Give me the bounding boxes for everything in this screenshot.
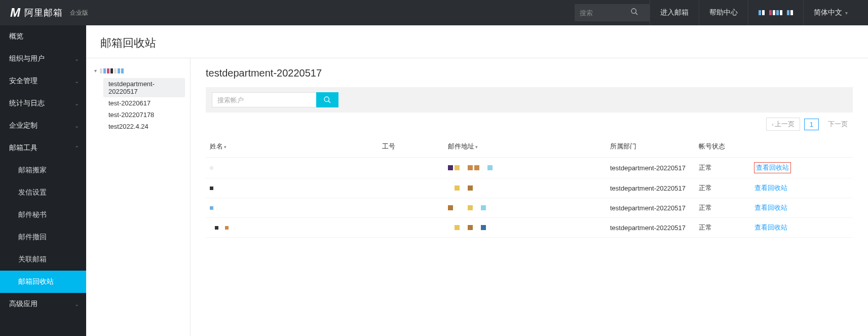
pager-prev[interactable]: ‹上一页 [766,118,800,131]
triangle-down-icon: ▾ [94,68,97,73]
tree-root[interactable]: ▾ [91,66,185,75]
chevron-down-icon: ⌄ [74,123,79,129]
cell-dept: testdepartment-20220517 [606,158,695,178]
nav-help[interactable]: 帮助中心 [699,0,748,25]
sidenav: 概览 组织与用户 ⌄ 安全管理 ⌄ 统计与日志 ⌄ 企业定制 ⌄ 邮箱工具 ⌃ … [0,25,86,336]
logo: M 阿里邮箱 企业版 [10,6,88,20]
chevron-left-icon: ‹ [772,122,773,127]
svg-line-3 [328,101,330,103]
nav-language-label: 简体中文 [814,8,842,17]
logo-mark: M [10,6,20,20]
cell-name [210,206,374,210]
global-search[interactable] [575,4,650,21]
cell-status: 正常 [695,178,750,198]
sidenav-advanced[interactable]: 高级应用 ⌄ [0,293,86,315]
tree-child[interactable]: test-202207178 [103,109,185,121]
main: 邮箱回收站 ▾ testdepartment-20220517 test-202… [86,25,868,336]
pager-page[interactable]: 1 [804,119,819,130]
view-recycle-link[interactable]: 查看回收站 [754,163,790,173]
sidenav-mail-tools-label: 邮箱工具 [9,143,37,153]
chevron-down-icon: ⌄ [74,78,79,85]
sidenav-security-label: 安全管理 [9,77,37,86]
account-search-bar [206,87,853,113]
view-recycle-link[interactable]: 查看回收站 [754,223,787,232]
topbar: M 阿里邮箱 企业版 进入邮箱 帮助中心 简体中文 ▾ [0,0,868,25]
col-action [750,136,853,158]
col-email[interactable]: 邮件地址▾ [444,136,606,158]
sidenav-security[interactable]: 安全管理 ⌄ [0,70,86,92]
sidenav-custom-label: 企业定制 [9,121,37,130]
table-header-row: 姓名▾ 工号 邮件地址▾ 所属部门 帐号状态 [206,136,853,158]
svg-line-1 [635,13,637,15]
sidenav-recall[interactable]: 邮件撤回 [0,226,86,248]
logo-text: 阿里邮箱 [24,7,63,19]
account-search-button[interactable] [316,92,338,107]
chevron-down-icon: ⌄ [74,301,79,308]
pager: ‹上一页 1 下一页 [206,118,853,131]
cell-name [210,186,374,190]
nav-enter-mail[interactable]: 进入邮箱 [650,0,699,25]
tree-child[interactable]: test2022.4.24 [103,121,185,132]
chevron-down-icon: ▾ [845,10,848,16]
svg-point-0 [631,9,636,13]
chevron-up-icon: ⌃ [74,145,79,152]
cell-email [448,205,602,210]
sidenav-secretary[interactable]: 邮件秘书 [0,204,86,226]
pager-prev-label: 上一页 [775,120,795,128]
panel: testdepartment-20220517 ‹上一页 1 下一页 [191,58,868,336]
cell-status: 正常 [695,218,750,238]
accounts-table: 姓名▾ 工号 邮件地址▾ 所属部门 帐号状态 [206,136,853,238]
sidenav-advanced-label: 高级应用 [9,300,37,309]
account-search-input[interactable] [212,92,316,107]
top-nav: 进入邮箱 帮助中心 简体中文 ▾ [650,0,858,25]
cell-email [448,185,602,191]
sidenav-org-users[interactable]: 组织与用户 ⌄ [0,48,86,70]
table-row: testdepartment-20220517 正常 查看回收站 [206,178,853,198]
col-dept: 所属部门 [606,136,695,158]
sidenav-migrate[interactable]: 邮箱搬家 [0,159,86,181]
col-status: 帐号状态 [695,136,750,158]
sidenav-org-users-label: 组织与用户 [9,54,45,63]
nav-user[interactable] [748,0,803,25]
cell-name [210,226,374,230]
nav-language[interactable]: 简体中文 ▾ [803,0,858,25]
sidenav-recycle[interactable]: 邮箱回收站 [0,271,86,293]
col-name[interactable]: 姓名▾ [206,136,378,158]
cell-status: 正常 [695,158,750,178]
sidenav-linked[interactable]: 关联邮箱 [0,248,86,271]
col-empno: 工号 [378,136,444,158]
tree-root-label [100,68,124,73]
table-row: testdepartment-20220517 正常 查看回收站 [206,198,853,218]
pager-next[interactable]: 下一页 [823,118,853,130]
cell-email [448,225,602,230]
sidenav-stats-logs[interactable]: 统计与日志 ⌄ [0,92,86,115]
sidenav-mail-tools[interactable]: 邮箱工具 ⌃ [0,137,86,159]
cell-dept: testdepartment-20220517 [606,218,695,238]
cell-dept: testdepartment-20220517 [606,178,695,198]
cell-email [448,165,602,170]
sort-icon: ▾ [224,144,227,150]
cell-dept: testdepartment-20220517 [606,198,695,218]
svg-point-2 [324,97,329,101]
table-row: testdepartment-20220517 正常 查看回收站 [206,218,853,238]
logo-subtext: 企业版 [70,9,88,17]
global-search-input[interactable] [580,9,630,17]
sort-icon: ▾ [475,144,478,150]
search-icon[interactable] [630,8,638,18]
cell-status: 正常 [695,198,750,218]
search-icon [323,96,331,104]
cell-name [210,166,374,170]
panel-title: testdepartment-20220517 [206,67,853,79]
sidenav-overview[interactable]: 概览 [0,25,86,48]
chevron-down-icon: ⌄ [74,56,79,62]
sidenav-custom[interactable]: 企业定制 ⌄ [0,115,86,137]
dept-tree: ▾ testdepartment-20220517 test-20220617 … [86,58,191,336]
chevron-down-icon: ⌄ [74,100,79,107]
table-row: testdepartment-20220517 正常 查看回收站 [206,158,853,178]
sidenav-send-settings[interactable]: 发信设置 [0,181,86,204]
tree-child[interactable]: testdepartment-20220517 [103,78,185,97]
view-recycle-link[interactable]: 查看回收站 [754,203,787,212]
page-title: 邮箱回收站 [86,25,868,58]
tree-child[interactable]: test-20220617 [103,97,185,109]
view-recycle-link[interactable]: 查看回收站 [754,183,787,193]
